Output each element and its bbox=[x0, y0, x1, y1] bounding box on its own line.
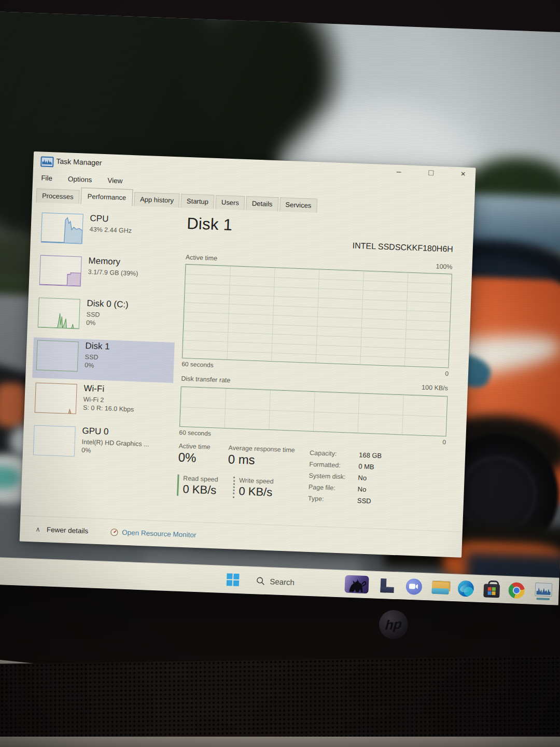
sidebar-item-disk1[interactable]: Disk 1 SSD 0% bbox=[32, 337, 175, 383]
cat-app-icon bbox=[344, 575, 369, 594]
task-manager-app-icon bbox=[40, 157, 54, 168]
tab-startup[interactable]: Startup bbox=[181, 193, 215, 209]
start-button[interactable] bbox=[225, 566, 241, 593]
resource-monitor-icon bbox=[110, 528, 119, 536]
formatted-label: Formatted: bbox=[309, 461, 358, 470]
tab-users[interactable]: Users bbox=[215, 195, 245, 210]
video-call-icon bbox=[405, 578, 422, 594]
close-button[interactable]: × bbox=[457, 169, 470, 179]
disk1-mini-chart bbox=[36, 340, 79, 371]
open-resource-monitor-link[interactable]: Open Resource Monitor bbox=[110, 528, 197, 539]
disk1-type: SSD bbox=[85, 353, 109, 362]
laptop-screen: Task Manager – □ × File Options View Pro… bbox=[0, 11, 560, 605]
laptop-deck-edge bbox=[0, 737, 560, 747]
property-row: Page file: No bbox=[309, 483, 381, 494]
write-speed-label: Write speed bbox=[239, 477, 274, 485]
system-disk-label: System disk: bbox=[309, 472, 358, 481]
performance-panel: CPU 43% 2.44 GHz Memory 3.1/7.9 GB (39%) bbox=[21, 202, 474, 530]
tab-processes[interactable]: Processes bbox=[36, 188, 80, 204]
sidebar-item-disk0[interactable]: Disk 0 (C:) SSD 0% bbox=[34, 295, 176, 340]
transfer-rate-chart-min: 0 bbox=[442, 438, 446, 446]
taskbar-app-l[interactable] bbox=[378, 572, 397, 599]
transfer-rate-chart bbox=[179, 386, 448, 437]
wifi-speed: S: 0 R: 16.0 Kbps bbox=[83, 404, 134, 414]
hp-logo: hp bbox=[379, 610, 408, 639]
taskbar-edge[interactable] bbox=[456, 574, 475, 602]
read-speed-value: 0 KB/s bbox=[183, 482, 218, 497]
avg-response-value: 0 ms bbox=[228, 452, 295, 469]
task-manager-taskbar-icon bbox=[535, 582, 552, 596]
disk-properties: Capacity: 168 GB Formatted: 0 MB System … bbox=[307, 449, 382, 509]
taskbar-chrome[interactable] bbox=[507, 576, 526, 604]
property-row: Capacity: 168 GB bbox=[310, 449, 382, 460]
disk0-mini-chart bbox=[38, 298, 80, 329]
sidebar-item-cpu[interactable]: CPU 43% 2.44 GHz bbox=[37, 210, 179, 255]
capacity-label: Capacity: bbox=[310, 449, 359, 459]
active-time-label: Active time bbox=[178, 442, 211, 451]
windows-logo-icon bbox=[227, 573, 240, 586]
taskbar-search[interactable]: Search bbox=[246, 567, 304, 596]
tab-details[interactable]: Details bbox=[246, 196, 278, 211]
tab-app-history[interactable]: App history bbox=[134, 192, 180, 208]
active-time-chart-min: 0 bbox=[445, 370, 449, 377]
cpu-mini-chart bbox=[41, 213, 83, 244]
active-time-chart bbox=[182, 264, 452, 368]
active-time-value: 0% bbox=[178, 450, 210, 466]
chrome-icon bbox=[508, 582, 525, 599]
disk1-detail-panel: Disk 1 INTEL SSDSCKKF180H6H Active time … bbox=[176, 208, 454, 529]
memory-title: Memory bbox=[88, 255, 138, 269]
wallpaper-house bbox=[463, 193, 560, 255]
active-time-chart-xlabel: 60 seconds bbox=[181, 361, 214, 369]
cpu-stats: 43% 2.44 GHz bbox=[89, 225, 132, 235]
file-explorer-icon bbox=[431, 580, 449, 594]
page-file-label: Page file: bbox=[309, 483, 358, 493]
wallpaper-tree bbox=[175, 11, 352, 180]
transfer-rate-chart-xlabel: 60 seconds bbox=[179, 429, 211, 437]
type-value: SSD bbox=[357, 496, 371, 505]
sidebar-item-wifi[interactable]: Wi-Fi Wi-Fi 2 S: 0 R: 16.0 Kbps bbox=[31, 380, 173, 425]
page-file-value: No bbox=[357, 485, 366, 493]
tab-services[interactable]: Services bbox=[279, 197, 317, 213]
taskbar-microsoft-store[interactable] bbox=[481, 575, 502, 603]
wallpaper-shoe-accent bbox=[0, 466, 20, 489]
l-app-icon bbox=[380, 578, 394, 593]
memory-stats: 3.1/7.9 GB (39%) bbox=[88, 268, 138, 278]
edge-icon bbox=[457, 580, 474, 597]
taskbar-task-manager[interactable] bbox=[533, 577, 554, 605]
memory-mini-chart bbox=[39, 255, 82, 287]
property-row: Type: SSD bbox=[308, 495, 381, 505]
maximize-button[interactable]: □ bbox=[425, 168, 438, 178]
chevron-up-icon: ∧ bbox=[35, 525, 40, 533]
wifi-mini-chart bbox=[35, 382, 77, 414]
active-time-chart-label: Active time bbox=[186, 254, 218, 262]
taskbar-app-video[interactable] bbox=[404, 573, 424, 600]
taskbar-app-cat[interactable] bbox=[344, 571, 370, 599]
transfer-rate-chart-max: 100 KB/s bbox=[422, 384, 448, 392]
gpu-title: GPU 0 bbox=[82, 425, 150, 439]
device-name: INTEL SSDSCKKF180H6H bbox=[352, 241, 453, 254]
disk0-title: Disk 0 (C:) bbox=[87, 298, 129, 311]
window-title: Task Manager bbox=[56, 157, 102, 167]
disk1-title: Disk 1 bbox=[85, 340, 110, 353]
menu-file[interactable]: File bbox=[41, 174, 52, 182]
sidebar-item-memory[interactable]: Memory 3.1/7.9 GB (39%) bbox=[35, 252, 178, 298]
menu-view[interactable]: View bbox=[107, 176, 123, 185]
fewer-details-button[interactable]: Fewer details bbox=[47, 525, 89, 535]
disk1-usage: 0% bbox=[85, 361, 109, 370]
read-speed-label: Read speed bbox=[183, 475, 218, 483]
property-row: Formatted: 0 MB bbox=[309, 461, 382, 471]
sidebar-item-gpu0[interactable]: GPU 0 Intel(R) HD Graphics ... 0% bbox=[29, 422, 172, 468]
formatted-value: 0 MB bbox=[358, 462, 374, 471]
minimize-button[interactable]: – bbox=[393, 167, 405, 176]
gpu-mini-chart bbox=[33, 425, 76, 457]
speaker-grille bbox=[0, 656, 560, 742]
window-controls: – □ × bbox=[393, 167, 470, 178]
menu-options[interactable]: Options bbox=[68, 175, 92, 184]
performance-sidebar: CPU 43% 2.44 GHz Memory 3.1/7.9 GB (39%) bbox=[29, 210, 179, 470]
transfer-rate-chart-label: Disk transfer rate bbox=[181, 375, 231, 384]
taskbar-file-explorer[interactable] bbox=[430, 574, 451, 601]
system-disk-value: No bbox=[358, 474, 367, 482]
microsoft-store-icon bbox=[483, 584, 500, 598]
property-row: System disk: No bbox=[309, 472, 381, 482]
tab-performance[interactable]: Performance bbox=[80, 187, 133, 206]
